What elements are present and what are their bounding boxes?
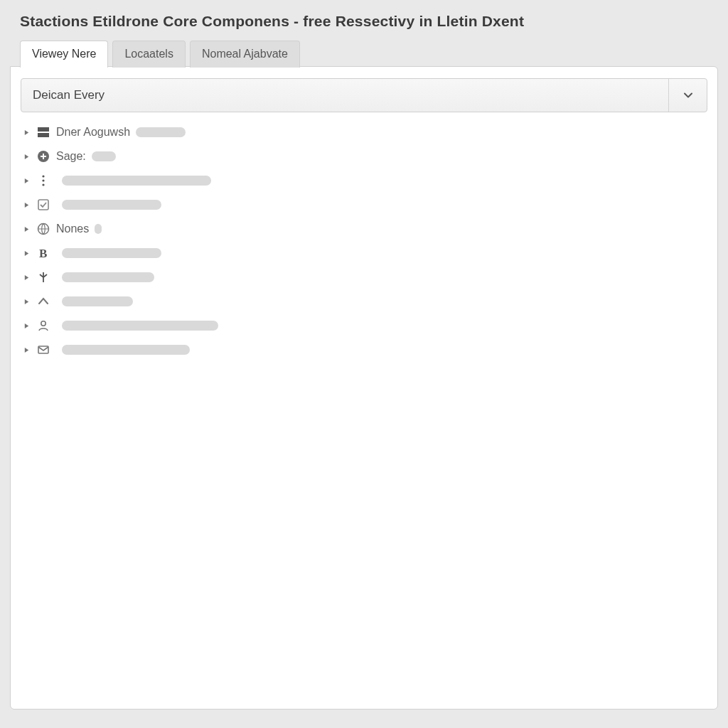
tree-item-label: Nones [56,223,89,235]
circle-plus-icon [36,149,50,164]
svg-marker-11 [24,226,28,231]
tree-item-2[interactable] [22,172,707,189]
svg-rect-10 [38,200,48,210]
bold-b-icon: B [36,246,50,260]
tree-item-6[interactable] [22,269,707,286]
expand-icon[interactable] [22,176,31,185]
expand-icon[interactable] [22,321,31,330]
svg-marker-19 [24,347,28,352]
tab-nomenal[interactable]: Nomeal Ajabvate [190,41,300,68]
tree-item-8[interactable] [22,317,707,334]
expand-icon[interactable] [22,128,31,136]
main-panel: Deican Every Dner Aoguwsh Sa [10,66,718,710]
expand-icon[interactable] [22,273,31,282]
checkbox-icon [36,198,50,212]
svg-marker-16 [24,299,28,304]
expand-icon[interactable] [22,249,31,257]
user-icon [36,318,50,333]
combo-label: Deican Every [33,88,105,102]
svg-marker-15 [24,274,28,279]
svg-text:B: B [39,247,47,260]
tree-view: Dner Aoguwsh Sage: [21,124,707,358]
tree-item-dner[interactable]: Dner Aoguwsh [22,124,707,141]
tree-item-sage[interactable]: Sage: [22,148,707,165]
expand-icon[interactable] [22,346,31,354]
tree-item-9[interactable] [22,341,707,358]
svg-point-8 [42,183,44,186]
tab-locatas[interactable]: Locaatels [112,41,186,68]
chevron-down-icon [668,79,707,112]
svg-rect-2 [38,133,49,137]
expand-icon[interactable] [22,225,31,233]
placeholder-text [95,224,102,234]
tab-viewey[interactable]: Viewey Nere [20,41,108,68]
expand-icon[interactable] [22,297,31,306]
placeholder-text [62,345,190,355]
tree-item-5[interactable]: B [22,245,707,262]
placeholder-text [62,272,154,282]
svg-marker-3 [24,154,28,159]
caret-up-icon [36,294,50,309]
globe-icon [36,222,50,236]
placeholder-text [62,176,211,186]
placeholder-text [62,321,218,331]
expand-icon[interactable] [22,152,31,161]
branch-icon [36,270,50,284]
page-title: Stactions Etildrone Core Componens - fre… [10,13,718,40]
tree-item-7[interactable] [22,293,707,310]
svg-point-6 [42,175,44,177]
svg-marker-13 [24,250,28,255]
layout-icon [36,125,50,139]
svg-marker-9 [24,202,28,207]
tab-bar: Viewey Nere Locaatels Nomeal Ajabvate [10,40,718,67]
page-root: Stactions Etildrone Core Componens - fre… [0,0,728,719]
expand-icon[interactable] [22,200,31,209]
placeholder-text [62,200,161,210]
placeholder-text [136,127,186,137]
svg-marker-5 [24,178,28,183]
combo-deican[interactable]: Deican Every [21,78,707,112]
svg-marker-17 [24,323,28,328]
svg-point-18 [41,321,46,326]
svg-rect-20 [38,346,48,353]
tree-item-3[interactable] [22,196,707,213]
placeholder-text [62,296,133,306]
svg-rect-1 [38,127,49,132]
tree-item-label: Dner Aoguwsh [56,126,130,139]
svg-point-7 [42,179,44,181]
mail-icon [36,343,50,357]
placeholder-text [62,248,161,258]
svg-marker-0 [24,129,28,134]
tree-item-label: Sage: [56,150,86,163]
dots-icon [36,173,50,188]
tree-item-nones[interactable]: Nones [22,220,707,237]
placeholder-text [92,151,116,161]
